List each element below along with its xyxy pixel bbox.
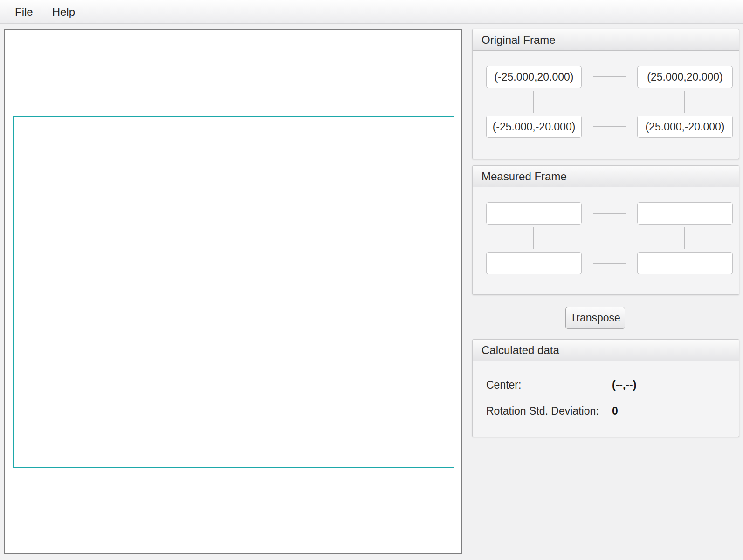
menu-file[interactable]: File xyxy=(15,0,33,24)
measured-frame-group: Measured Frame xyxy=(472,165,739,295)
connector-line-bottom xyxy=(593,126,626,127)
rotation-std-deviation-label: Rotation Std. Deviation: xyxy=(486,405,599,417)
calculated-data-group: Calculated data Center: (--,--) Rotation… xyxy=(472,339,739,437)
center-value: (--,--) xyxy=(612,379,636,391)
calculated-data-title: Calculated data xyxy=(482,344,559,357)
rotation-std-deviation-value: 0 xyxy=(612,405,618,417)
original-top-left-field[interactable] xyxy=(486,66,582,88)
center-label: Center: xyxy=(486,379,521,391)
original-frame-group: Original Frame xyxy=(472,29,739,159)
measured-top-left-field[interactable] xyxy=(486,202,582,225)
original-bottom-right-field[interactable] xyxy=(637,116,733,138)
measured-frame-title: Measured Frame xyxy=(482,170,567,183)
original-top-right-field[interactable] xyxy=(637,66,733,88)
menu-bar: File Help xyxy=(0,0,743,24)
measured-bottom-right-field[interactable] xyxy=(637,252,733,274)
menu-help[interactable]: Help xyxy=(52,0,75,24)
measured-frame-header: Measured Frame xyxy=(473,166,739,187)
connector-line-bottom xyxy=(593,263,626,264)
original-frame-title: Original Frame xyxy=(482,34,556,47)
app-window: File Help Original Frame Measured Frame xyxy=(0,0,743,560)
connector-line-top xyxy=(593,213,626,214)
transpose-button[interactable]: Transpose xyxy=(565,307,625,329)
connector-line-top xyxy=(593,76,626,77)
connector-line-left xyxy=(533,227,534,249)
measured-bottom-left-field[interactable] xyxy=(486,252,582,274)
original-frame-header: Original Frame xyxy=(473,29,739,51)
connector-line-right xyxy=(684,91,685,113)
frame-rectangle xyxy=(13,116,454,468)
connector-line-left xyxy=(533,91,534,113)
original-bottom-left-field[interactable] xyxy=(486,116,582,138)
connector-line-right xyxy=(684,227,685,249)
calculated-data-header: Calculated data xyxy=(473,340,739,361)
drawing-canvas[interactable] xyxy=(4,29,462,554)
measured-top-right-field[interactable] xyxy=(637,202,733,225)
